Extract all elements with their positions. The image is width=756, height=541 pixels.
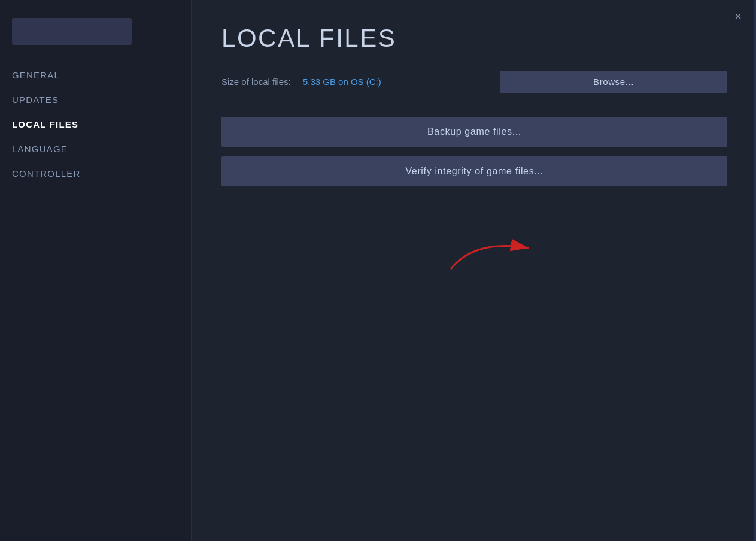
file-size-label: Size of local files: [221,77,291,87]
arrow-annotation [439,227,546,277]
backup-game-files-button[interactable]: Backup game files... [221,117,727,147]
page-title: LOCAL FILES [221,24,727,53]
file-size-value: 5.33 GB on OS (C:) [303,77,381,87]
verify-integrity-button[interactable]: Verify integrity of game files... [221,156,727,186]
file-size-row: Size of local files: 5.33 GB on OS (C:) … [221,71,727,93]
sidebar-nav: GENERAL UPDATES LOCAL FILES LANGUAGE CON… [0,63,191,186]
sidebar-item-general[interactable]: GENERAL [0,63,191,87]
steam-properties-dialog: GENERAL UPDATES LOCAL FILES LANGUAGE CON… [0,0,756,541]
sidebar-item-language[interactable]: LANGUAGE [0,137,191,161]
sidebar-item-updates[interactable]: UPDATES [0,87,191,112]
browse-button[interactable]: Browse... [500,71,727,93]
main-content: × LOCAL FILES Size of local files: 5.33 … [192,0,756,541]
sidebar-item-controller[interactable]: CONTROLLER [0,161,191,186]
action-buttons: Backup game files... Verify integrity of… [221,117,727,186]
sidebar: GENERAL UPDATES LOCAL FILES LANGUAGE CON… [0,0,192,541]
close-button[interactable]: × [731,9,745,23]
game-title-blurred [12,18,132,45]
sidebar-item-local-files[interactable]: LOCAL FILES [0,112,191,137]
sidebar-game-info [0,12,191,63]
